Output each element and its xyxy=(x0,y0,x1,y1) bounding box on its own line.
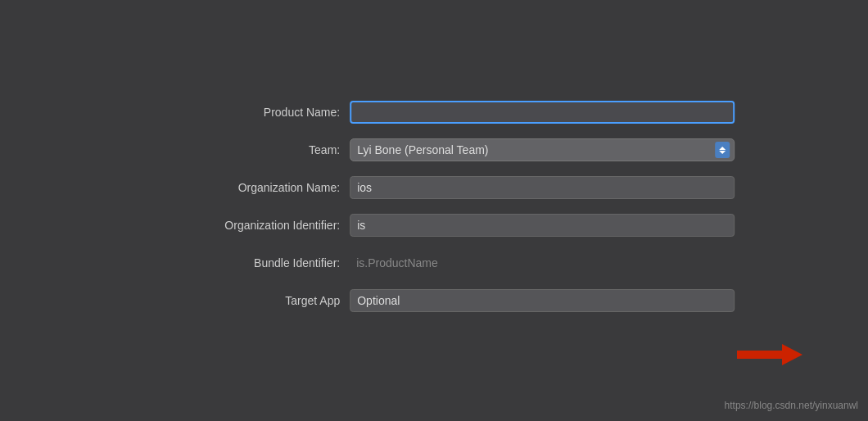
team-select[interactable]: Lyi Bone (Personal Team) xyxy=(350,138,735,161)
organization-identifier-label: Organization Identifier: xyxy=(178,219,350,232)
red-arrow-icon xyxy=(737,342,802,370)
form-container: Product Name: Team: Lyi Bone (Personal T… xyxy=(178,97,735,324)
watermark: https://blog.csdn.net/yinxuanwl xyxy=(725,400,858,411)
product-name-input[interactable] xyxy=(350,101,735,124)
team-select-wrapper: Lyi Bone (Personal Team) xyxy=(350,138,735,161)
team-label: Team: xyxy=(178,143,350,156)
svg-marker-0 xyxy=(737,344,802,365)
bundle-identifier-value: is.ProductName xyxy=(350,256,735,269)
organization-identifier-input[interactable] xyxy=(350,214,735,237)
target-app-input[interactable] xyxy=(350,289,735,312)
organization-identifier-row: Organization Identifier: xyxy=(178,210,735,240)
target-app-row: Target App xyxy=(178,286,735,315)
bundle-identifier-row: Bundle Identifier: is.ProductName xyxy=(178,248,735,278)
organization-name-row: Organization Name: xyxy=(178,173,735,202)
bundle-identifier-label: Bundle Identifier: xyxy=(178,256,350,269)
organization-name-label: Organization Name: xyxy=(178,181,350,194)
target-app-label: Target App xyxy=(178,294,350,307)
organization-name-input[interactable] xyxy=(350,176,735,199)
product-name-label: Product Name: xyxy=(178,106,350,119)
team-row: Team: Lyi Bone (Personal Team) xyxy=(178,135,735,165)
product-name-row: Product Name: xyxy=(178,97,735,127)
